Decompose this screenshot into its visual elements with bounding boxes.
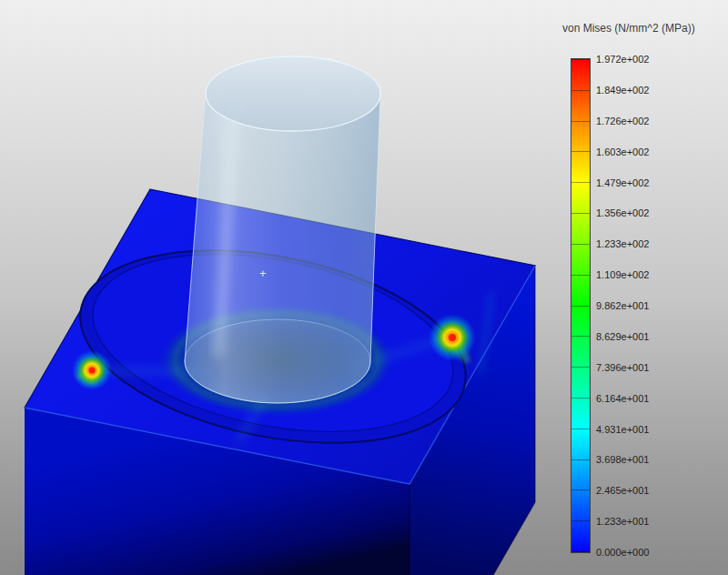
legend-tick-label: 1.233e+001: [596, 515, 687, 528]
origin-marker: +: [259, 267, 267, 280]
legend-tick-label: 6.164e+001: [596, 392, 687, 405]
legend-tick-label: 1.479e+002: [596, 177, 687, 189]
legend-tick-label: 4.931e+001: [596, 423, 687, 436]
legend-tick-label: 9.862e+001: [596, 299, 687, 312]
legend-tick-label: 8.629e+001: [596, 330, 687, 343]
legend-tick-label: 1.233e+002: [596, 237, 687, 250]
legend-tick-label: 7.396e+001: [596, 361, 687, 374]
legend-labels: 1.972e+002 1.849e+002 1.726e+002 1.603e+…: [596, 53, 687, 559]
legend-tick-label: 0.000e+000: [596, 546, 687, 559]
stress-hotspot-left: [72, 350, 112, 390]
legend-colorbar: [571, 58, 591, 553]
legend-tick-label: 2.465e+001: [596, 484, 687, 497]
simulation-results-viewport: + von Mises (N/mm^2 (MPa)) 1.972e: [0, 0, 728, 575]
legend-tick-label: 1.109e+002: [596, 268, 687, 281]
legend-tick-label: 1.356e+002: [596, 207, 687, 219]
legend-title: von Mises (N/mm^2 (MPa)): [562, 22, 695, 35]
legend-tick-label: 1.849e+002: [596, 84, 687, 96]
legend-tick-label: 1.972e+002: [596, 53, 687, 66]
legend-tick-label: 1.726e+002: [596, 115, 687, 127]
cylinder-part: +: [185, 56, 380, 403]
legend-tick-label: 3.698e+001: [596, 453, 687, 466]
legend-tick-label: 1.603e+002: [596, 146, 687, 158]
